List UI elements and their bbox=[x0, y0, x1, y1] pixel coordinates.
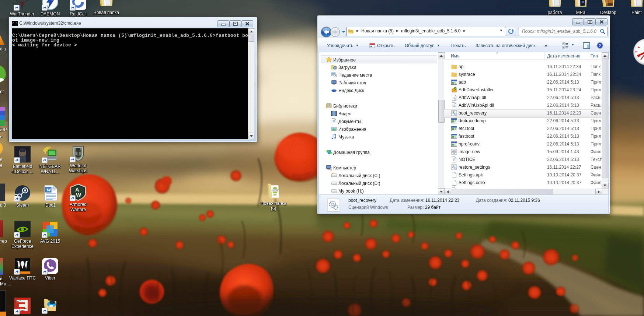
svg-text:W: W bbox=[46, 187, 51, 193]
svg-text:?: ? bbox=[599, 43, 601, 48]
svg-text:USB: USB bbox=[273, 189, 278, 192]
svg-text:C:\: C:\ bbox=[13, 22, 18, 25]
svg-text:W: W bbox=[76, 192, 81, 198]
